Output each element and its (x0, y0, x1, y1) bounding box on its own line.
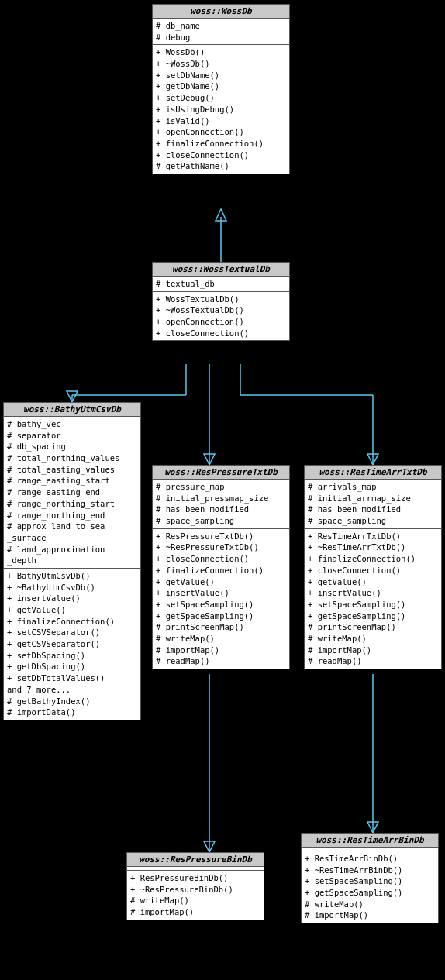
box-bathyUtmCsvDb: woss::BathyUtmCsvDb# bathy_vec# separato… (3, 402, 141, 720)
uml-item: + getCSVSeparator() (7, 638, 137, 650)
uml-item: # importMap() (130, 906, 260, 918)
uml-item: # initial_arrmap_size (308, 493, 438, 504)
uml-item: + ResTimeArrTxtDb() (308, 531, 438, 542)
uml-item: + finalizeConnection() (308, 553, 438, 565)
uml-item: + insertValue() (7, 593, 137, 604)
uml-item: # has_been_modified (308, 504, 438, 515)
uml-item: # bathy_vec (7, 418, 137, 430)
uml-item: # initial_pressmap_size (156, 493, 286, 504)
uml-item: # debug (156, 32, 286, 43)
uml-item: # readMap() (156, 655, 286, 667)
uml-item: # getBathyIndex() (7, 696, 137, 707)
uml-item: + openConnection() (156, 316, 286, 328)
box-wossTextualDb: woss::WossTextualDb# textual_db+ WossTex… (152, 262, 290, 341)
uml-item: # writeMap() (130, 895, 260, 906)
uml-item: + BathyUtmCsvDb() (7, 570, 137, 582)
uml-item: + closeConnection() (156, 150, 286, 161)
uml-item: + ~ResTimeArrBinDb() (305, 865, 435, 876)
box-resPressureTxtDb-title: woss::ResPressureTxtDb (153, 466, 289, 480)
uml-item: # readMap() (308, 655, 438, 667)
uml-item: + setCSVSeparator() (7, 627, 137, 638)
uml-item: + isUsingDebug() (156, 104, 286, 115)
box-wossDb-title: woss::WossDb (153, 5, 289, 19)
uml-item: + closeConnection() (308, 565, 438, 576)
uml-item: + finalizeConnection() (156, 565, 286, 576)
uml-item: + insertValue() (156, 587, 286, 599)
uml-item: + openConnection() (156, 126, 286, 138)
box-resPressureBinDb: woss::ResPressureBinDb+ ResPressureBinDb… (126, 852, 264, 920)
uml-item: + setDbName() (156, 70, 286, 81)
uml-item: + finalizeConnection() (7, 616, 137, 628)
box-bathyUtmCsvDb-section-0: # bathy_vec# separator# db_spacing# tota… (4, 417, 140, 569)
svg-marker-15 (367, 822, 378, 833)
uml-item: # printScreenMap() (156, 621, 286, 633)
uml-item: + WossDb() (156, 46, 286, 58)
svg-marker-7 (204, 454, 215, 465)
box-wossTextualDb-section-1: + WossTextualDb()+ ~WossTextualDb()+ ope… (153, 292, 289, 341)
box-resTimeArrTxtDb: woss::ResTimeArrTxtDb# arrivals_map# ini… (304, 465, 442, 669)
box-resTimeArrTxtDb-section-1: + ResTimeArrTxtDb()+ ~ResTimeArrTxtDb()+… (305, 529, 441, 669)
uml-item: # range_northing_start (7, 498, 137, 510)
uml-item: # db_spacing (7, 441, 137, 452)
uml-item: # range_easting_end (7, 487, 137, 498)
svg-marker-1 (216, 209, 226, 221)
uml-item: + ~ResPressureTxtDb() (156, 542, 286, 553)
uml-item: + getValue() (308, 576, 438, 588)
uml-item: # importData() (7, 707, 137, 718)
uml-item: + ResTimeArrBinDb() (305, 853, 435, 865)
uml-item: + setSpaceSampling() (305, 875, 435, 887)
uml-item: + getDbSpacing() (7, 661, 137, 672)
box-resPressureBinDb-section-1: + ResPressureBinDb()+ ~ResPressureBinDb(… (127, 871, 264, 920)
box-wossTextualDb-title: woss::WossTextualDb (153, 263, 289, 277)
box-resTimeArrTxtDb-title: woss::ResTimeArrTxtDb (305, 466, 441, 480)
box-resPressureBinDb-title: woss::ResPressureBinDb (127, 853, 264, 867)
uml-item: + WossTextualDb() (156, 294, 286, 305)
uml-item: # printScreenMap() (308, 621, 438, 633)
uml-item: # approx_land_to_sea (7, 521, 137, 532)
uml-item: + setDbTotalValues() (7, 672, 137, 684)
uml-item: + closeConnection() (156, 553, 286, 565)
uml-item: + closeConnection() (156, 328, 286, 339)
uml-item: # writeMap() (308, 633, 438, 645)
uml-item: # pressure_map (156, 481, 286, 493)
uml-item: + getSpaceSampling() (156, 610, 286, 622)
uml-item: # space_sampling (156, 515, 286, 527)
box-wossDb-section-0: # db_name# debug (153, 19, 289, 45)
uml-item: _surface (7, 532, 137, 544)
uml-item: # separator (7, 430, 137, 442)
uml-item: # arrivals_map (308, 481, 438, 493)
uml-item: # land_approximation (7, 544, 137, 555)
svg-marker-11 (367, 454, 378, 465)
uml-item: + setDebug() (156, 92, 286, 104)
uml-item: + ~ResPressureBinDb() (130, 884, 260, 896)
uml-item: # textual_db (156, 278, 286, 290)
box-wossDb-section-1: + WossDb()+ ~WossDb()+ setDbName()+ getD… (153, 45, 289, 174)
box-resPressureTxtDb: woss::ResPressureTxtDb# pressure_map# in… (152, 465, 290, 669)
uml-item: + ~BathyUtmCsvDb() (7, 582, 137, 593)
uml-item: + getValue() (156, 576, 286, 588)
box-resTimeArrBinDb: woss::ResTimeArrBinDb+ ResTimeArrBinDb()… (301, 833, 439, 923)
uml-item: + setSpaceSampling() (308, 599, 438, 610)
uml-item: # has_been_modified (156, 504, 286, 515)
uml-item: + setDbSpacing() (7, 650, 137, 662)
uml-item: # total_northing_values (7, 452, 137, 464)
uml-item: + ResPressureBinDb() (130, 872, 260, 884)
uml-item: # getPathName() (156, 160, 286, 172)
uml-item: + getDbName() (156, 81, 286, 92)
box-resTimeArrBinDb-section-1: + ResTimeArrBinDb()+ ~ResTimeArrBinDb()+… (302, 851, 438, 923)
box-resTimeArrBinDb-title: woss::ResTimeArrBinDb (302, 834, 438, 848)
uml-item: _depth (7, 555, 137, 566)
uml-item: # space_sampling (308, 515, 438, 527)
uml-item: + finalizeConnection() (156, 138, 286, 150)
uml-item: # range_northing_end (7, 510, 137, 521)
uml-item: # importMap() (156, 645, 286, 656)
box-resPressureTxtDb-section-0: # pressure_map# initial_pressmap_size# h… (153, 480, 289, 529)
svg-marker-5 (67, 391, 78, 402)
uml-item: + ~WossDb() (156, 58, 286, 70)
uml-item: + ~ResTimeArrTxtDb() (308, 542, 438, 553)
uml-item: # total_easting_values (7, 464, 137, 476)
uml-item: + isValid() (156, 115, 286, 127)
box-resPressureTxtDb-section-1: + ResPressureTxtDb()+ ~ResPressureTxtDb(… (153, 529, 289, 669)
box-resTimeArrTxtDb-section-0: # arrivals_map# initial_arrmap_size# has… (305, 480, 441, 529)
uml-item: + getSpaceSampling() (305, 887, 435, 899)
